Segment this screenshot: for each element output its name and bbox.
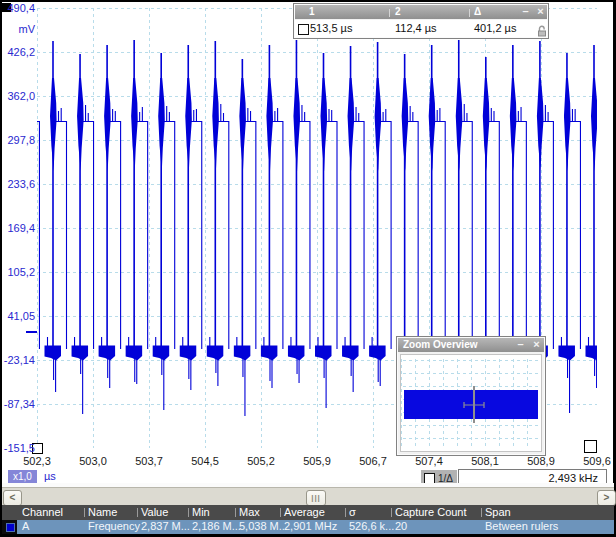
horizontal-scrollbar[interactable]: < > ||| <box>2 487 614 506</box>
column-divider <box>469 9 470 17</box>
channel-zero-level-marker <box>26 331 37 333</box>
table-header-cell: Value <box>141 506 168 518</box>
table-header-cell: Average <box>284 506 325 518</box>
table-header-cell: Min <box>192 506 210 518</box>
ruler-visibility-checkbox[interactable] <box>298 24 309 35</box>
column-divider <box>345 508 346 517</box>
minimize-icon[interactable]: – <box>519 5 532 18</box>
x-axis-label: 506,7 <box>345 455 401 467</box>
x-axis-label: 508,1 <box>457 455 513 467</box>
table-header-cell: Max <box>239 506 260 518</box>
y-axis-label: 362,0 <box>1 90 35 102</box>
x-axis-label: 504,5 <box>177 455 233 467</box>
zoom-factor-badge[interactable]: x1,0 <box>8 470 37 483</box>
table-cell: A <box>22 520 29 532</box>
column-divider <box>389 9 390 17</box>
oscilloscope-app-window: mV 490,4426,2362,0297,8233,6169,4105,241… <box>0 0 616 537</box>
lock-icon[interactable] <box>537 23 547 41</box>
y-axis-label: 105,2 <box>1 266 35 278</box>
x-axis-label: 508,9 <box>513 455 569 467</box>
y-axis-label: 297,8 <box>1 134 35 146</box>
inverse-delta-checkbox[interactable] <box>424 473 435 484</box>
table-cell: 2,837 M... <box>141 520 190 532</box>
scroll-right-button[interactable]: > <box>597 490 616 506</box>
x-axis-label: 505,9 <box>289 455 345 467</box>
column-divider <box>280 508 281 517</box>
table-header-cell: σ <box>349 506 356 518</box>
x-axis-label: 507,4 <box>401 455 457 467</box>
chevron-left-icon: < <box>10 492 16 503</box>
grip-icon: ||| <box>311 493 321 502</box>
table-header-cell: Capture Count <box>395 506 467 518</box>
table-cell: Frequency <box>88 520 140 532</box>
measurements-table-header: ChannelNameValueMinMaxAverageσCapture Co… <box>2 505 614 520</box>
ruler-column-delta: Δ <box>474 6 481 17</box>
close-icon[interactable]: × <box>534 5 547 18</box>
x-axis-label: 503,7 <box>121 455 177 467</box>
table-cell: 20 <box>395 520 407 532</box>
column-divider <box>137 508 138 517</box>
zoom-overview-titlebar[interactable]: Zoom Overview – × <box>398 338 544 352</box>
column-divider <box>84 508 85 517</box>
y-axis-label: -151,5 <box>1 442 35 454</box>
x-axis-label: 505,2 <box>233 455 289 467</box>
y-axis-label: 41,05 <box>1 310 35 322</box>
ruler-legend-window[interactable]: 1 2 Δ – × 513,5 µs 112,4 µs 401,2 µs <box>293 3 549 39</box>
table-header-cell: Channel <box>22 506 63 518</box>
zoom-overview-window[interactable]: Zoom Overview – × <box>396 336 546 456</box>
ruler-column-1: 1 <box>309 6 315 17</box>
channel-color-cell <box>2 520 17 534</box>
table-header-cell: Name <box>88 506 117 518</box>
zoom-overview-content[interactable] <box>400 354 542 452</box>
channel-a-color-swatch <box>6 523 15 532</box>
ruler-legend-titlebar[interactable]: 1 2 Δ – × <box>295 5 547 19</box>
x-axis-label: 509,6 <box>569 455 616 467</box>
table-cell: 526,6 k... <box>349 520 394 532</box>
table-cell: 2,186 M... <box>192 520 241 532</box>
column-divider <box>481 508 482 517</box>
close-icon[interactable]: × <box>530 338 543 351</box>
ruler-legend-body: 513,5 µs 112,4 µs 401,2 µs <box>295 20 547 37</box>
y-axis-unit: mV <box>1 23 35 35</box>
column-divider <box>235 508 236 517</box>
column-divider <box>391 508 392 517</box>
table-header-cell: Span <box>485 506 511 518</box>
ruler-2-value: 112,4 µs <box>395 22 437 34</box>
ruler-delta-value: 401,2 µs <box>474 22 516 34</box>
y-axis-label: -87,34 <box>1 398 35 410</box>
table-cell: 2,901 MHz <box>284 520 337 532</box>
zoom-overview-preview <box>401 355 541 451</box>
minimize-icon[interactable]: – <box>514 338 527 351</box>
scrollbar-grip[interactable]: ||| <box>306 490 326 506</box>
ruler-1-value: 513,5 µs <box>310 22 352 34</box>
y-axis-label: 169,4 <box>1 222 35 234</box>
table-cell: Between rulers <box>485 520 558 532</box>
scroll-left-button[interactable]: < <box>3 490 22 506</box>
table-cell: 5,038 M... <box>239 520 288 532</box>
measurement-row-frequency[interactable]: AFrequency2,837 M...2,186 M...5,038 M...… <box>2 520 614 534</box>
time-ruler-handle-right-icon[interactable] <box>584 440 597 453</box>
y-axis-label: -23,14 <box>1 354 35 366</box>
x-axis-label: 502,3 <box>9 455 65 467</box>
zoom-overview-title: Zoom Overview <box>403 339 477 350</box>
y-axis-label: 233,6 <box>1 178 35 190</box>
inverse-delta-label: 1/Δ <box>438 473 453 484</box>
y-axis-label: 490,4 <box>1 2 35 14</box>
column-divider <box>188 508 189 517</box>
ruler-column-2: 2 <box>395 6 401 17</box>
x-axis-unit: µs <box>44 470 56 482</box>
y-axis-label: 426,2 <box>1 46 35 58</box>
x-axis-label: 503,0 <box>65 455 121 467</box>
chevron-right-icon: > <box>604 492 610 503</box>
